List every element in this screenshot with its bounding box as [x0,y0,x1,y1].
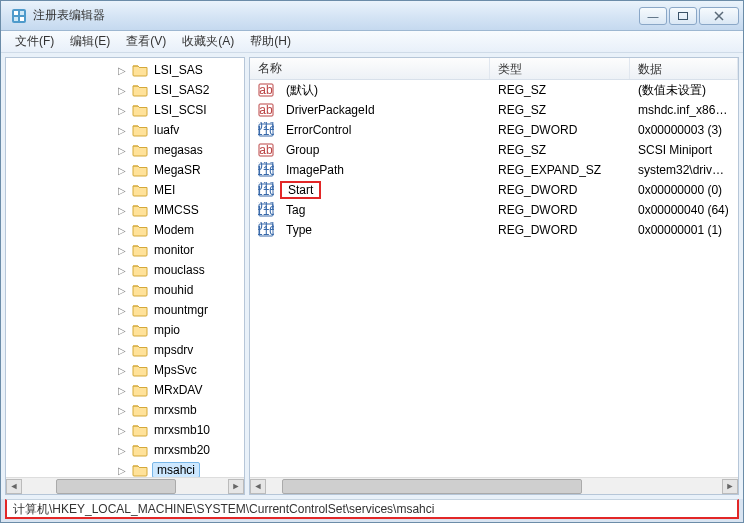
tree-item[interactable]: ▷MegaSR [6,160,244,180]
tree-item[interactable]: ▷mpsdrv [6,340,244,360]
value-row[interactable]: 011110TypeREG_DWORD0x00000001 (1) [250,220,738,240]
tree-item[interactable]: ▷LSI_SAS2 [6,80,244,100]
expand-toggle-icon[interactable]: ▷ [116,104,128,116]
expand-toggle-icon[interactable]: ▷ [116,244,128,256]
svg-text:ab: ab [259,83,273,97]
folder-icon [132,363,148,377]
tree-item[interactable]: ▷LSI_SCSI [6,100,244,120]
tree-item[interactable]: ▷mouhid [6,280,244,300]
folder-icon [132,263,148,277]
tree-item-label: mrxsmb10 [152,423,212,437]
binary-value-icon: 011110 [258,122,274,138]
expand-toggle-icon[interactable]: ▷ [116,84,128,96]
scroll-thumb[interactable] [56,479,176,494]
value-name: Type [280,223,318,237]
value-row[interactable]: 011110ErrorControlREG_DWORD0x00000003 (3… [250,120,738,140]
expand-toggle-icon[interactable]: ▷ [116,464,128,476]
svg-rect-2 [20,11,24,15]
minimize-button[interactable]: — [639,7,667,25]
expand-toggle-icon[interactable]: ▷ [116,444,128,456]
tree-item-label: mountmgr [152,303,210,317]
scroll-thumb[interactable] [282,479,582,494]
expand-toggle-icon[interactable]: ▷ [116,64,128,76]
tree-item[interactable]: ▷mouclass [6,260,244,280]
tree-item[interactable]: ▷LSI_SAS [6,60,244,80]
menu-edit[interactable]: 编辑(E) [62,31,118,52]
expand-toggle-icon[interactable]: ▷ [116,164,128,176]
expand-toggle-icon[interactable]: ▷ [116,344,128,356]
scroll-track[interactable] [282,479,706,494]
value-name: DriverPackageId [280,103,381,117]
column-name[interactable]: 名称 [250,58,490,79]
close-button[interactable] [699,7,739,25]
menu-help[interactable]: 帮助(H) [242,31,299,52]
value-row[interactable]: 011110ImagePathREG_EXPAND_SZsystem32\dri… [250,160,738,180]
tree-item-label: LSI_SAS2 [152,83,211,97]
value-row[interactable]: 011110TagREG_DWORD0x00000040 (64) [250,200,738,220]
expand-toggle-icon[interactable]: ▷ [116,364,128,376]
tree-item-label: MMCSS [152,203,201,217]
svg-text:110: 110 [258,164,274,178]
folder-icon [132,83,148,97]
value-row[interactable]: abDriverPackageIdREG_SZmshdc.inf_x86_neu… [250,100,738,120]
folder-icon [132,183,148,197]
menu-file[interactable]: 文件(F) [7,31,62,52]
value-list[interactable]: ab(默认)REG_SZ(数值未设置)abDriverPackageIdREG_… [250,80,738,477]
scroll-right-button[interactable]: ► [722,479,738,494]
scroll-right-button[interactable]: ► [228,479,244,494]
titlebar[interactable]: 注册表编辑器 — [1,1,743,31]
expand-toggle-icon[interactable]: ▷ [116,144,128,156]
tree-item[interactable]: ▷mrxsmb10 [6,420,244,440]
tree-item[interactable]: ▷MMCSS [6,200,244,220]
folder-icon [132,143,148,157]
tree-item[interactable]: ▷mountmgr [6,300,244,320]
tree-item[interactable]: ▷monitor [6,240,244,260]
value-type: REG_DWORD [490,183,630,197]
expand-toggle-icon[interactable]: ▷ [116,424,128,436]
menu-view[interactable]: 查看(V) [118,31,174,52]
folder-icon [132,243,148,257]
list-hscrollbar[interactable]: ◄ ► [250,477,738,494]
menu-favorites[interactable]: 收藏夹(A) [174,31,242,52]
column-type[interactable]: 类型 [490,58,630,79]
string-value-icon: ab [258,82,274,98]
tree-item[interactable]: ▷mpio [6,320,244,340]
expand-toggle-icon[interactable]: ▷ [116,384,128,396]
tree-item[interactable]: ▷mrxsmb20 [6,440,244,460]
tree-item[interactable]: ▷MRxDAV [6,380,244,400]
svg-rect-4 [20,17,24,21]
tree-item[interactable]: ▷MpsSvc [6,360,244,380]
svg-text:110: 110 [258,224,274,238]
maximize-button[interactable] [669,7,697,25]
expand-toggle-icon[interactable]: ▷ [116,284,128,296]
tree-item[interactable]: ▷megasas [6,140,244,160]
value-data: 0x00000003 (3) [630,123,738,137]
value-row[interactable]: 011110StartREG_DWORD0x00000000 (0) [250,180,738,200]
workspace: ▷LSI_SAS▷LSI_SAS2▷LSI_SCSI▷luafv▷megasas… [1,53,743,499]
expand-toggle-icon[interactable]: ▷ [116,204,128,216]
expand-toggle-icon[interactable]: ▷ [116,124,128,136]
expand-toggle-icon[interactable]: ▷ [116,224,128,236]
expand-toggle-icon[interactable]: ▷ [116,324,128,336]
value-type: REG_EXPAND_SZ [490,163,630,177]
tree-item-label: mrxsmb [152,403,199,417]
expand-toggle-icon[interactable]: ▷ [116,404,128,416]
tree-hscrollbar[interactable]: ◄ ► [6,477,244,494]
tree-item[interactable]: ▷Modem [6,220,244,240]
expand-toggle-icon[interactable]: ▷ [116,264,128,276]
tree-item[interactable]: ▷MEI [6,180,244,200]
value-row[interactable]: ab(默认)REG_SZ(数值未设置) [250,80,738,100]
expand-toggle-icon[interactable]: ▷ [116,304,128,316]
scroll-track[interactable] [38,479,212,494]
scroll-left-button[interactable]: ◄ [6,479,22,494]
value-row[interactable]: abGroupREG_SZSCSI Miniport [250,140,738,160]
tree-item[interactable]: ▷msahci [6,460,244,477]
scroll-left-button[interactable]: ◄ [250,479,266,494]
column-data[interactable]: 数据 [630,58,738,79]
svg-text:ab: ab [259,103,273,117]
folder-icon [132,343,148,357]
expand-toggle-icon[interactable]: ▷ [116,184,128,196]
registry-tree[interactable]: ▷LSI_SAS▷LSI_SAS2▷LSI_SCSI▷luafv▷megasas… [6,58,244,477]
tree-item[interactable]: ▷mrxsmb [6,400,244,420]
tree-item[interactable]: ▷luafv [6,120,244,140]
